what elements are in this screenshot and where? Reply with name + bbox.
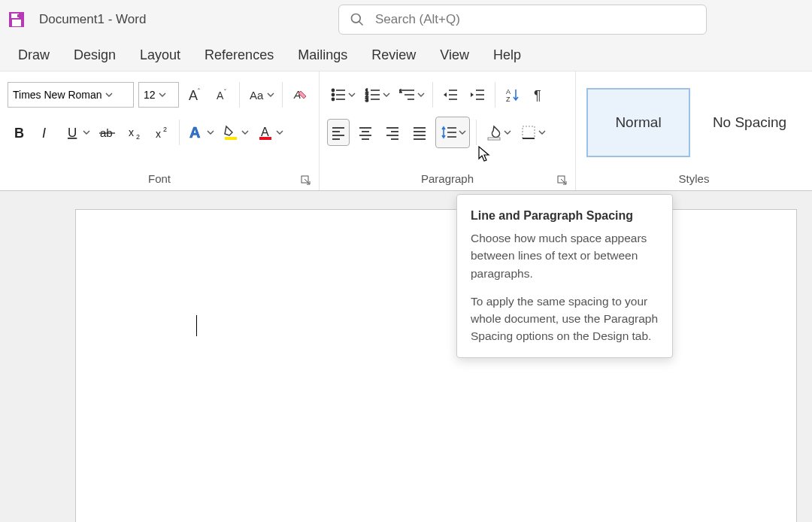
font-size-select[interactable]: 12 xyxy=(138,82,179,108)
shrink-font-button[interactable]: Aˇ xyxy=(211,81,233,108)
chevron-down-icon xyxy=(159,91,168,99)
align-right-button[interactable] xyxy=(381,119,404,146)
svg-text:x: x xyxy=(156,128,161,140)
menu-bar: Draw Design Layout References Mailings R… xyxy=(0,39,812,71)
document-title: Document1 - Word xyxy=(39,12,146,27)
line-spacing-button[interactable] xyxy=(435,117,470,148)
svg-text:Aa: Aa xyxy=(250,89,264,102)
svg-text:¶: ¶ xyxy=(534,88,541,103)
font-group: Times New Roman 12 Aˆ Aˇ Aa A B xyxy=(0,71,320,190)
chevron-down-icon xyxy=(504,129,513,136)
svg-point-4 xyxy=(352,14,361,23)
font-size-value: 12 xyxy=(144,89,156,101)
underline-button[interactable]: U xyxy=(62,119,92,146)
justify-button[interactable] xyxy=(408,119,431,146)
svg-line-5 xyxy=(359,22,363,26)
increase-indent-button[interactable] xyxy=(466,81,489,108)
svg-text:A: A xyxy=(217,90,224,102)
chevron-down-icon xyxy=(348,91,357,99)
chevron-down-icon xyxy=(207,129,216,136)
dialog-launcher-icon[interactable] xyxy=(557,175,568,186)
svg-text:A: A xyxy=(261,126,269,138)
chevron-down-icon xyxy=(383,91,392,99)
document-page[interactable] xyxy=(75,209,797,522)
menu-mailings[interactable]: Mailings xyxy=(298,47,347,63)
svg-text:x: x xyxy=(129,126,134,138)
menu-view[interactable]: View xyxy=(440,47,469,63)
menu-design[interactable]: Design xyxy=(74,47,116,63)
show-marks-button[interactable]: ¶ xyxy=(529,81,551,108)
svg-rect-22 xyxy=(225,137,237,140)
svg-rect-24 xyxy=(259,137,271,140)
svg-rect-2 xyxy=(12,20,21,26)
bold-button[interactable]: B xyxy=(8,119,30,146)
svg-text:U: U xyxy=(68,126,77,140)
decrease-indent-button[interactable] xyxy=(439,81,462,108)
svg-text:B: B xyxy=(14,126,24,141)
tooltip-body: Choose how much space appears between li… xyxy=(471,229,659,282)
chevron-down-icon xyxy=(276,129,285,136)
title-bar: Document1 - Word Search (Alt+Q) xyxy=(0,0,812,39)
styles-group-label: Styles xyxy=(679,172,710,185)
paragraph-group-label: Paragraph xyxy=(421,172,474,185)
svg-text:I: I xyxy=(42,126,46,141)
bullets-button[interactable] xyxy=(327,81,357,108)
paragraph-group: 123 1 AZ ¶ xyxy=(320,71,576,190)
svg-text:A: A xyxy=(189,88,198,103)
menu-layout[interactable]: Layout xyxy=(140,47,180,63)
text-effects-button[interactable]: A xyxy=(186,119,216,146)
ribbon: Times New Roman 12 Aˆ Aˇ Aa A B xyxy=(0,71,812,191)
numbering-button[interactable]: 123 xyxy=(362,81,392,108)
svg-text:ˇ: ˇ xyxy=(224,88,226,96)
chevron-down-icon xyxy=(417,91,426,99)
menu-help[interactable]: Help xyxy=(493,47,521,63)
svg-text:2: 2 xyxy=(163,126,167,133)
styles-group: Normal No Spacing Styles xyxy=(576,71,812,190)
multilevel-list-button[interactable]: 1 xyxy=(396,81,426,108)
svg-text:2: 2 xyxy=(136,133,140,141)
highlight-button[interactable] xyxy=(220,119,250,146)
search-icon xyxy=(350,12,365,27)
subscript-button[interactable]: x2 xyxy=(123,119,146,146)
align-left-button[interactable] xyxy=(327,119,350,146)
svg-text:A: A xyxy=(506,88,511,96)
chevron-down-icon xyxy=(267,91,276,99)
font-group-label: Font xyxy=(148,172,171,185)
svg-point-28 xyxy=(332,93,334,96)
svg-rect-71 xyxy=(523,126,535,138)
italic-button[interactable]: I xyxy=(35,119,57,146)
chevron-down-icon xyxy=(538,129,547,136)
svg-point-26 xyxy=(332,89,334,91)
menu-draw[interactable]: Draw xyxy=(18,47,50,63)
shading-button[interactable] xyxy=(483,119,513,146)
search-box[interactable]: Search (Alt+Q) xyxy=(338,5,707,35)
style-normal[interactable]: Normal xyxy=(586,88,690,157)
menu-references[interactable]: References xyxy=(205,47,274,63)
svg-text:3: 3 xyxy=(365,97,368,102)
svg-text:ˆ: ˆ xyxy=(198,87,200,95)
strikethrough-button[interactable]: ab xyxy=(96,119,119,146)
sort-button[interactable]: AZ xyxy=(501,81,524,108)
svg-text:Z: Z xyxy=(506,96,511,103)
font-color-button[interactable]: A xyxy=(255,119,285,146)
tooltip-body: To apply the same spacing to your whole … xyxy=(471,293,659,345)
tooltip-line-spacing: Line and Paragraph Spacing Choose how mu… xyxy=(456,194,673,358)
style-no-spacing[interactable]: No Spacing xyxy=(698,88,801,157)
svg-text:1: 1 xyxy=(399,89,402,93)
chevron-down-icon xyxy=(83,129,92,136)
font-family-value: Times New Roman xyxy=(13,89,102,101)
svg-rect-70 xyxy=(488,138,500,140)
borders-button[interactable] xyxy=(517,119,547,146)
menu-review[interactable]: Review xyxy=(371,47,416,63)
grow-font-button[interactable]: Aˆ xyxy=(183,81,206,108)
align-center-button[interactable] xyxy=(354,119,377,146)
dialog-launcher-icon[interactable] xyxy=(301,175,311,186)
clear-formatting-button[interactable]: A xyxy=(289,81,311,108)
font-family-select[interactable]: Times New Roman xyxy=(8,82,134,108)
svg-rect-3 xyxy=(17,14,19,17)
save-icon[interactable] xyxy=(8,11,26,29)
svg-text:A: A xyxy=(189,124,200,141)
superscript-button[interactable]: x2 xyxy=(150,119,173,146)
change-case-button[interactable]: Aa xyxy=(246,81,276,108)
svg-point-30 xyxy=(332,98,334,100)
